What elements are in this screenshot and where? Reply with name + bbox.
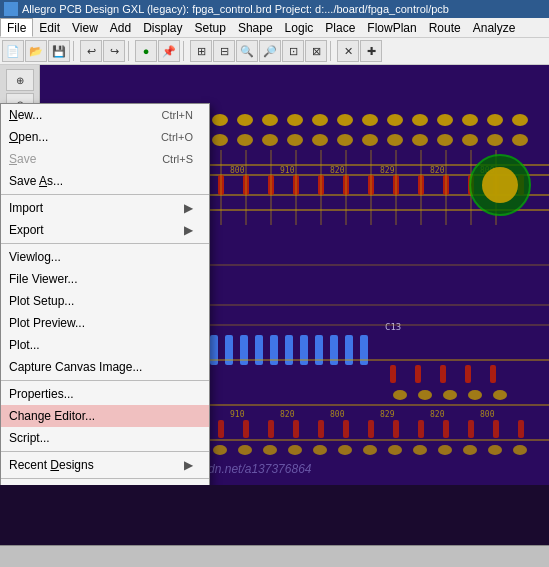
menu-item-script-label: Script... xyxy=(9,431,50,445)
tb-pin[interactable]: 📌 xyxy=(158,40,180,62)
svg-text:820: 820 xyxy=(280,410,295,419)
svg-rect-106 xyxy=(415,365,421,383)
menu-shape[interactable]: Shape xyxy=(232,18,279,37)
menu-route[interactable]: Route xyxy=(423,18,467,37)
svg-point-158 xyxy=(363,445,377,455)
tb-zoom-all[interactable]: ⊠ xyxy=(305,40,327,62)
tb-redo[interactable]: ↪ xyxy=(103,40,125,62)
title-text: Allegro PCB Design GXL (legacy): fpga_co… xyxy=(22,3,449,15)
tb-sep-2 xyxy=(128,41,132,61)
toolbar-area: 📄 📂 💾 ↩ ↪ ● 📌 ⊞ ⊟ 🔍 🔎 ⊡ ⊠ ✕ ✚ xyxy=(0,38,549,65)
tb-save[interactable]: 💾 xyxy=(48,40,70,62)
svg-text:820: 820 xyxy=(430,166,445,175)
menu-flowplan[interactable]: FlowPlan xyxy=(361,18,422,37)
svg-rect-137 xyxy=(318,420,324,438)
tb-grid[interactable]: ⊞ xyxy=(190,40,212,62)
menu-item-properties[interactable]: Properties... xyxy=(1,383,209,405)
svg-rect-105 xyxy=(390,365,396,383)
menu-logic[interactable]: Logic xyxy=(279,18,320,37)
menu-item-new-shortcut: Ctrl+N xyxy=(162,109,193,121)
svg-point-123 xyxy=(418,390,432,400)
menu-item-changeeditor[interactable]: Change Editor... xyxy=(1,405,209,427)
status-bar xyxy=(0,545,549,567)
svg-text:800: 800 xyxy=(480,410,495,419)
menu-item-import-label: Import xyxy=(9,201,43,215)
menu-item-exit[interactable]: Exit xyxy=(1,481,209,485)
menu-item-plotsetup[interactable]: Plot Setup... xyxy=(1,290,209,312)
svg-point-162 xyxy=(463,445,477,455)
recentdesigns-arrow-icon: ▶ xyxy=(184,458,193,472)
svg-point-126 xyxy=(493,390,507,400)
svg-point-10 xyxy=(262,114,278,126)
sep-4 xyxy=(1,451,209,452)
svg-point-29 xyxy=(262,134,278,146)
svg-point-11 xyxy=(287,114,303,126)
svg-text:800: 800 xyxy=(230,166,245,175)
menu-item-script[interactable]: Script... xyxy=(1,427,209,449)
svg-point-17 xyxy=(437,114,453,126)
menu-file[interactable]: File xyxy=(0,18,33,37)
svg-text:829: 829 xyxy=(380,166,395,175)
tb-sep-3 xyxy=(183,41,187,61)
menu-item-export[interactable]: Export ▶ xyxy=(1,219,209,241)
svg-point-37 xyxy=(462,134,478,146)
menu-item-recentdesigns[interactable]: Recent Designs ▶ xyxy=(1,454,209,476)
menu-display[interactable]: Display xyxy=(137,18,188,37)
menu-view[interactable]: View xyxy=(66,18,104,37)
menu-setup[interactable]: Setup xyxy=(189,18,232,37)
tb-select[interactable]: ✕ xyxy=(337,40,359,62)
svg-point-30 xyxy=(287,134,303,146)
tb-grid2[interactable]: ⊟ xyxy=(213,40,235,62)
menu-item-plot[interactable]: Plot... xyxy=(1,334,209,356)
svg-point-152 xyxy=(213,445,227,455)
svg-point-15 xyxy=(387,114,403,126)
svg-rect-139 xyxy=(368,420,374,438)
svg-point-38 xyxy=(487,134,503,146)
svg-point-18 xyxy=(462,114,478,126)
tb-undo[interactable]: ↩ xyxy=(80,40,102,62)
tb-move[interactable]: ✚ xyxy=(360,40,382,62)
menu-item-fileviewer[interactable]: File Viewer... xyxy=(1,268,209,290)
side-btn-1[interactable]: ⊕ xyxy=(6,69,34,91)
tb-zoom-out[interactable]: 🔎 xyxy=(259,40,281,62)
menu-item-new[interactable]: New... Ctrl+N xyxy=(1,104,209,126)
tb-highlight[interactable]: ● xyxy=(135,40,157,62)
menu-item-import[interactable]: Import ▶ xyxy=(1,197,209,219)
svg-point-125 xyxy=(468,390,482,400)
svg-rect-138 xyxy=(343,420,349,438)
tb-open[interactable]: 📂 xyxy=(25,40,47,62)
tb-sep-1 xyxy=(73,41,77,61)
svg-point-33 xyxy=(362,134,378,146)
tb-zoom-in[interactable]: 🔍 xyxy=(236,40,258,62)
tb-zoom-fit[interactable]: ⊡ xyxy=(282,40,304,62)
menu-item-plotsetup-label: Plot Setup... xyxy=(9,294,74,308)
title-bar: Allegro PCB Design GXL (legacy): fpga_co… xyxy=(0,0,549,18)
export-arrow-icon: ▶ xyxy=(184,223,193,237)
svg-rect-109 xyxy=(490,365,496,383)
menu-edit[interactable]: Edit xyxy=(33,18,66,37)
svg-text:820: 820 xyxy=(330,166,345,175)
svg-rect-108 xyxy=(465,365,471,383)
menu-item-save-shortcut: Ctrl+S xyxy=(162,153,193,165)
menu-item-open-label: Open... xyxy=(9,130,48,144)
svg-point-161 xyxy=(438,445,452,455)
sep-5 xyxy=(1,478,209,479)
menu-item-capture[interactable]: Capture Canvas Image... xyxy=(1,356,209,378)
svg-text:910: 910 xyxy=(230,410,245,419)
svg-point-34 xyxy=(387,134,403,146)
menu-item-saveas[interactable]: Save As... xyxy=(1,170,209,192)
menu-item-open[interactable]: Open... Ctrl+O xyxy=(1,126,209,148)
menu-analyze[interactable]: Analyze xyxy=(467,18,522,37)
svg-text:910: 910 xyxy=(280,166,295,175)
tb-new[interactable]: 📄 xyxy=(2,40,24,62)
menu-item-changeeditor-label: Change Editor... xyxy=(9,409,95,423)
file-dropdown-menu: New... Ctrl+N Open... Ctrl+O Save Ctrl+S… xyxy=(0,103,210,485)
menu-item-viewlog[interactable]: Viewlog... xyxy=(1,246,209,268)
menu-item-saveas-label: Save As... xyxy=(9,174,63,188)
menu-add[interactable]: Add xyxy=(104,18,137,37)
svg-point-31 xyxy=(312,134,328,146)
svg-rect-142 xyxy=(443,420,449,438)
menu-item-plotpreview[interactable]: Plot Preview... xyxy=(1,312,209,334)
menu-item-export-label: Export xyxy=(9,223,44,237)
menu-place[interactable]: Place xyxy=(319,18,361,37)
